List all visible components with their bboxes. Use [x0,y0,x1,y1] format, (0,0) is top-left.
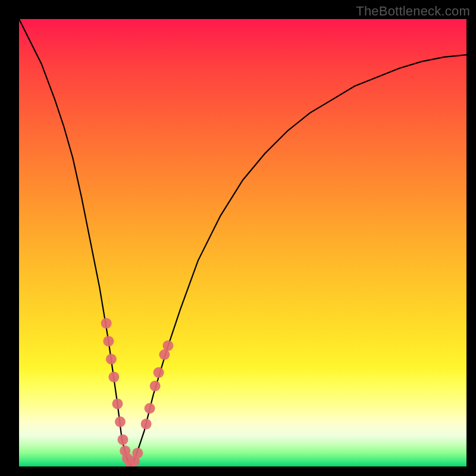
curve-layer [19,19,466,466]
curve-marker [115,416,126,427]
curve-marker [132,447,143,458]
curve-marker [150,381,161,392]
curve-marker [162,340,173,351]
watermark-text: TheBottleneck.com [356,4,470,19]
curve-marker [106,354,117,365]
curve-marker [108,372,119,383]
chart-svg [19,19,466,466]
plot-area [19,19,466,466]
curve-marker [101,318,112,328]
chart-frame: TheBottleneck.com [0,0,476,476]
curve-marker [145,403,155,414]
curve-marker [117,434,128,445]
curve-marker [141,419,152,430]
marker-layer [101,318,174,466]
curve-marker [103,336,114,346]
curve-marker [112,399,123,409]
bottleneck-curve [19,19,466,466]
curve-marker [154,367,164,378]
